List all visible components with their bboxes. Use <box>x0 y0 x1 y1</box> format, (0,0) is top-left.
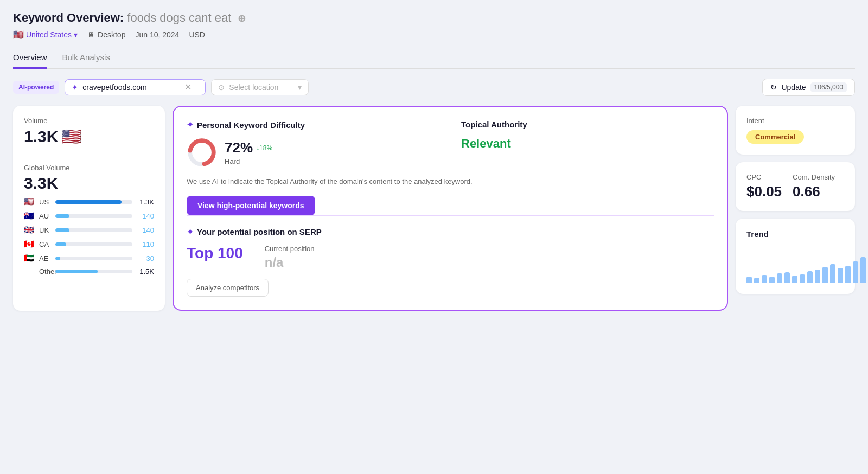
tab-overview[interactable]: Overview <box>13 47 47 69</box>
trend-bar <box>777 273 782 283</box>
toolbar: AI-powered ✦ ✕ ⊙ Select location ▾ ↻ Upd… <box>13 79 855 96</box>
location-pin-icon: ⊙ <box>218 83 225 92</box>
update-label: Update <box>781 83 806 92</box>
country-flag: 🇨🇦 <box>24 239 35 249</box>
pkd-description: We use AI to indicate the Topical Author… <box>187 176 714 187</box>
country-flag: 🇺🇸 <box>24 197 35 207</box>
device-label: Desktop <box>98 30 125 39</box>
cpc-block: CPC $0.05 <box>746 173 782 200</box>
location-name: United States <box>26 30 72 39</box>
domain-input-wrap[interactable]: ✦ ✕ <box>65 79 206 95</box>
volume-label: Volume <box>24 117 154 125</box>
country-value: 110 <box>137 240 154 248</box>
other-value: 1.5K <box>137 267 154 276</box>
desktop-icon: 🖥 <box>87 30 95 39</box>
serp-title: ✦ Your potential position on SERP <box>187 227 714 237</box>
other-code: Other <box>39 267 51 276</box>
serp-potential-block: Top 100 <box>187 245 243 270</box>
sparkle-icon: ✦ <box>72 83 78 92</box>
location-selector[interactable]: 🇺🇸 United States ▾ <box>13 29 78 40</box>
global-volume-label: Global Volume <box>24 164 154 172</box>
pkd-right: Topical Authority Relevant <box>461 120 714 168</box>
analyze-competitors-button[interactable]: Analyze competitors <box>187 279 269 297</box>
country-value: 1.3K <box>137 198 154 206</box>
difficulty-delta: ↓18% <box>256 144 272 152</box>
donut-chart <box>187 137 217 168</box>
main-grid: Volume 1.3K 🇺🇸 Global Volume 3.3K 🇺🇸 US … <box>13 106 855 311</box>
intent-label: Intent <box>746 117 844 125</box>
trend-bar <box>845 266 851 283</box>
tab-bar: Overview Bulk Analysis <box>13 47 855 69</box>
currency-meta: USD <box>189 30 205 39</box>
date-value: Jun 10, 2024 <box>135 30 179 39</box>
page-header: Keyword Overview: foods dogs cant eat ⊕ … <box>13 11 855 40</box>
keyword-text: foods dogs cant eat <box>127 11 231 24</box>
trend-bar <box>860 257 866 283</box>
other-bar-item: Other 1.5K <box>24 267 154 276</box>
country-bar-item: 🇦🇪 AE 30 <box>24 253 154 263</box>
domain-input[interactable] <box>82 83 180 92</box>
trend-bar <box>800 274 805 283</box>
intent-card: Intent Commercial <box>736 106 855 155</box>
country-value: 30 <box>137 254 154 262</box>
pkd-title: ✦ Personal Keyword Difficulty <box>187 120 439 130</box>
tab-bulk-analysis[interactable]: Bulk Analysis <box>62 47 110 69</box>
country-value: 140 <box>137 212 154 220</box>
location-select[interactable]: ⊙ Select location ▾ <box>211 79 309 95</box>
country-value: 140 <box>137 226 154 234</box>
refresh-icon: ↻ <box>770 83 777 92</box>
currency-value: USD <box>189 30 205 39</box>
title-static: Keyword Overview: <box>13 11 124 24</box>
trend-bar <box>807 271 813 283</box>
trend-bar <box>762 275 767 283</box>
density-label: Com. Density <box>793 173 835 181</box>
cpc-density-inner: CPC $0.05 Com. Density 0.66 <box>746 173 844 200</box>
serp-section: ✦ Your potential position on SERP Top 10… <box>187 215 714 297</box>
meta-row: 🇺🇸 United States ▾ 🖥 Desktop Jun 10, 202… <box>13 29 855 40</box>
serp-top100-value: Top 100 <box>187 245 243 262</box>
location-flag: 🇺🇸 <box>13 29 24 40</box>
country-bar-item: 🇺🇸 US 1.3K <box>24 197 154 207</box>
sparkle-icon: ✦ <box>187 227 194 237</box>
current-position-value: n/a <box>265 255 315 270</box>
trend-bar <box>822 267 828 283</box>
date-meta: Jun 10, 2024 <box>135 30 179 39</box>
country-flag: 🇦🇺 <box>24 211 35 221</box>
country-code: US <box>39 198 51 206</box>
volume-card: Volume 1.3K 🇺🇸 Global Volume 3.3K 🇺🇸 US … <box>13 106 165 311</box>
device-meta: 🖥 Desktop <box>87 30 125 39</box>
country-flag: 🇬🇧 <box>24 225 35 235</box>
country-code: AE <box>39 254 51 262</box>
trend-bar <box>784 272 790 283</box>
country-code: CA <box>39 240 51 248</box>
add-keyword-icon[interactable]: ⊕ <box>238 13 246 24</box>
trend-bar <box>792 276 797 283</box>
location-select-label: Select location <box>229 83 278 92</box>
trend-label: Trend <box>746 229 844 239</box>
com-density-block: Com. Density 0.66 <box>793 173 835 200</box>
view-high-potential-button[interactable]: View high-potential keywords <box>187 196 315 215</box>
volume-value: 1.3K 🇺🇸 <box>24 127 154 146</box>
trend-bars <box>746 245 844 283</box>
topical-value: Relevant <box>461 137 714 151</box>
country-code: UK <box>39 226 51 234</box>
us-flag-icon: 🇺🇸 <box>61 127 81 146</box>
pkd-card: ✦ Personal Keyword Difficulty 72 <box>173 106 728 311</box>
trend-bar <box>838 268 843 283</box>
current-position-label: Current position <box>265 245 315 253</box>
trend-bar <box>853 261 858 283</box>
trend-bar <box>815 270 820 283</box>
pkd-top-section: ✦ Personal Keyword Difficulty 72 <box>187 120 714 168</box>
sparkle-icon: ✦ <box>187 120 194 130</box>
country-bar-list: 🇺🇸 US 1.3K 🇦🇺 AU 140 🇬🇧 UK 140 🇨🇦 CA <box>24 197 154 263</box>
update-button[interactable]: ↻ Update 106/5,000 <box>762 79 855 96</box>
topical-title: Topical Authority <box>461 120 714 129</box>
global-volume-value: 3.3K <box>24 174 154 193</box>
update-counter: 106/5,000 <box>810 82 847 92</box>
cpc-value: $0.05 <box>746 183 782 200</box>
country-bar-item: 🇦🇺 AU 140 <box>24 211 154 221</box>
clear-input-icon[interactable]: ✕ <box>184 83 192 92</box>
difficulty-row: 72% ↓18% Hard <box>187 137 439 168</box>
page-title: Keyword Overview: foods dogs cant eat ⊕ <box>13 11 855 25</box>
difficulty-percent: 72% <box>225 139 253 156</box>
